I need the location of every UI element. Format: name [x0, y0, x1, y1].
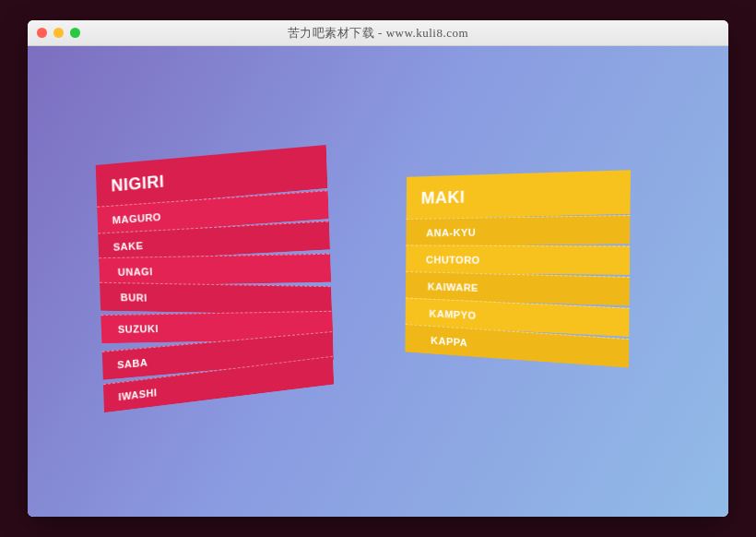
- browser-window: 苦力吧素材下载 - www.kuli8.com NIGIRI MAGURO SA…: [28, 20, 728, 517]
- window-controls: [37, 28, 80, 38]
- close-icon[interactable]: [37, 28, 47, 38]
- menu-header: MAKI: [407, 170, 631, 220]
- window-titlebar: 苦力吧素材下载 - www.kuli8.com: [28, 20, 728, 46]
- minimize-icon[interactable]: [53, 28, 64, 38]
- menu-card-maki[interactable]: MAKI ANA-KYU CHUTORO KAIWARE KAMPYO KAPP…: [405, 173, 631, 362]
- window-title: 苦力吧素材下载 - www.kuli8.com: [28, 25, 728, 42]
- menu-card-nigiri[interactable]: NIGIRI MAGURO SAKE UNAGI BURI SUZUKI SAB…: [95, 151, 334, 403]
- zoom-icon[interactable]: [70, 28, 80, 38]
- menu-item[interactable]: CHUTORO: [406, 245, 630, 275]
- menu-item[interactable]: ANA-KYU: [406, 215, 630, 247]
- page-viewport: NIGIRI MAGURO SAKE UNAGI BURI SUZUKI SAB…: [28, 46, 728, 517]
- menu-item[interactable]: BURI: [100, 282, 331, 315]
- menu-item[interactable]: UNAGI: [99, 254, 330, 286]
